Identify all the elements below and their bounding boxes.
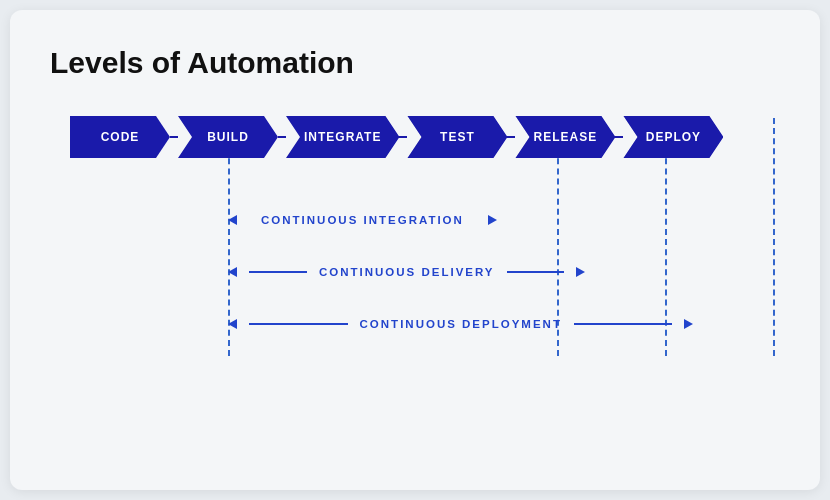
line-after-label-2	[574, 323, 673, 325]
pipeline-step-integrate: INTEGRATE	[286, 116, 399, 158]
line-after-label-1	[507, 271, 565, 273]
left-arrowhead-0	[228, 215, 237, 225]
step-box-release: RELEASE	[515, 116, 615, 158]
right-arrowhead-1	[576, 267, 585, 277]
arrow-row-1: CONTINUOUS DELIVERY	[228, 266, 585, 278]
page-title: Levels of Automation	[50, 46, 780, 80]
arrow-label-1: CONTINUOUS DELIVERY	[319, 266, 495, 278]
connector-0	[170, 136, 178, 138]
main-card: Levels of Automation CODEBUILDINTEGRATET…	[10, 10, 820, 490]
pipeline-step-code: CODE	[70, 116, 170, 158]
pipeline-step-build: BUILD	[178, 116, 278, 158]
line-before-label-2	[249, 323, 348, 325]
arrow-row-0: CONTINUOUS INTEGRATION	[228, 214, 477, 226]
pipeline-step-test: TEST	[407, 116, 507, 158]
step-box-integrate: INTEGRATE	[286, 116, 399, 158]
pipeline-step-release: RELEASE	[515, 116, 615, 158]
step-box-build: BUILD	[178, 116, 278, 158]
connector-4	[615, 136, 623, 138]
connector-3	[507, 136, 515, 138]
right-arrowhead-2	[684, 319, 693, 329]
pipeline-row: CODEBUILDINTEGRATETESTRELEASEDEPLOY	[60, 116, 780, 158]
arrow-label-0: CONTINUOUS INTEGRATION	[261, 214, 464, 226]
connector-2	[399, 136, 407, 138]
arrow-row-2: CONTINUOUS DEPLOYMENT	[228, 318, 693, 330]
step-box-test: TEST	[407, 116, 507, 158]
pipeline-step-deploy: DEPLOY	[623, 116, 723, 158]
left-arrowhead-1	[228, 267, 237, 277]
step-box-code: CODE	[70, 116, 170, 158]
line-before-label-1	[249, 271, 307, 273]
step-box-deploy: DEPLOY	[623, 116, 723, 158]
connector-1	[278, 136, 286, 138]
right-arrowhead-0	[488, 215, 497, 225]
left-arrowhead-2	[228, 319, 237, 329]
vline-deploy-right	[773, 118, 775, 356]
arrow-label-2: CONTINUOUS DEPLOYMENT	[360, 318, 562, 330]
